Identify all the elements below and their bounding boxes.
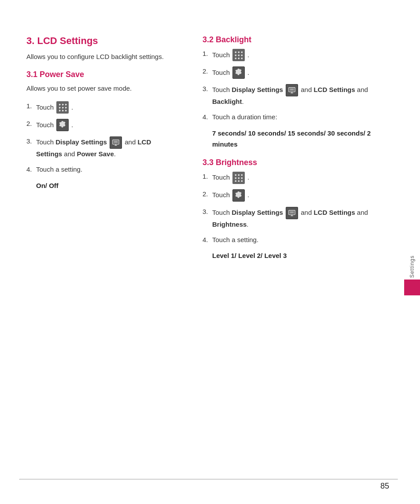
ps-step-2: 2. Touch .: [26, 119, 176, 131]
sidebar-label: Settings: [404, 255, 420, 295]
ps-step-2-text: Touch: [36, 120, 54, 130]
bl-step-1-number: 1.: [203, 49, 212, 59]
br-step-2-period: .: [247, 190, 249, 200]
bl-step-4: 4. Touch a duration time:: [203, 112, 383, 122]
gear-icon-br2: [232, 189, 245, 202]
ps-step-4-number: 4.: [26, 165, 36, 175]
bl-step-1: 1. Touch .: [203, 49, 383, 61]
ps-step-2-number: 2.: [26, 119, 36, 129]
ps-power-save-label: Power Save: [77, 150, 114, 158]
apps-icon-bl1: [232, 49, 245, 61]
br-step-2-content: Touch .: [212, 189, 249, 202]
bl-backlight-label: Backlight: [212, 98, 242, 105]
ps-step-2-content: Touch .: [36, 119, 73, 131]
bottom-rule: [19, 479, 398, 480]
bl-step-4-text: Touch a duration time:: [212, 112, 277, 122]
power-save-description: Allows you to set power save mode.: [26, 84, 176, 94]
br-step-3-content: Touch Display Settings and LCD Settings …: [212, 207, 383, 230]
br-display-settings-label: Display Settings: [232, 208, 283, 216]
ps-step-3: 3. Touch Display Settings and LCD Settin…: [26, 136, 176, 159]
br-lcd-settings-label: LCD Settings: [313, 208, 355, 216]
power-save-setting-value: On/ Off: [36, 180, 176, 191]
apps-icon-br1: [232, 172, 245, 184]
bl-step-2-text: Touch: [212, 68, 230, 78]
display-icon-br3: [286, 207, 298, 219]
ps-step-1-content: Touch .: [36, 101, 73, 114]
ps-step-1-number: 1.: [26, 101, 36, 111]
br-step-1-content: Touch .: [212, 172, 249, 184]
br-step-2-text: Touch: [212, 190, 230, 200]
right-column: 3.2 Backlight 1. Touch . 2. Touch .: [194, 35, 383, 478]
apps-icon-ps1: [56, 101, 69, 114]
br-step-1: 1. Touch .: [203, 172, 383, 184]
subsection-backlight-title: 3.2 Backlight: [203, 35, 383, 44]
br-step-4-number: 4.: [203, 235, 212, 245]
main-description: Allows you to configure LCD backlight se…: [26, 52, 176, 62]
br-step-2-number: 2.: [203, 189, 212, 199]
bl-step-2: 2. Touch .: [203, 66, 383, 79]
bl-step-2-number: 2.: [203, 66, 212, 77]
ps-step-1: 1. Touch .: [26, 101, 176, 114]
subsection-power-save-title: 3.1 Power Save: [26, 70, 176, 79]
backlight-duration-values: 7 seconds/ 10 seconds/ 15 seconds/ 30 se…: [212, 128, 383, 150]
ps-step-4-text: Touch a setting.: [36, 165, 82, 175]
main-title: 3. LCD Settings: [26, 35, 176, 47]
bl-step-1-period: .: [247, 50, 249, 60]
bl-step-1-content: Touch .: [212, 49, 249, 61]
bl-display-settings-label: Display Settings: [232, 86, 283, 93]
bl-lcd-settings-label: LCD Settings: [313, 86, 355, 93]
brightness-level-values: Level 1/ Level 2/ Level 3: [212, 250, 383, 261]
ps-step-1-text: Touch: [36, 103, 54, 113]
svg-rect-9: [290, 88, 295, 91]
page-number: 85: [380, 482, 389, 491]
ps-step-2-period: .: [71, 120, 73, 130]
svg-rect-15: [290, 211, 295, 213]
bl-step-3-number: 3.: [203, 84, 212, 94]
subsection-brightness-title: 3.3 Brightness: [203, 158, 383, 167]
bl-step-2-content: Touch .: [212, 66, 249, 79]
br-step-1-period: .: [247, 173, 249, 183]
br-step-4: 4. Touch a setting.: [203, 235, 383, 245]
ps-display-settings-label: Display Settings: [55, 138, 107, 146]
br-step-3: 3. Touch Display Settings and LCD Settin…: [203, 207, 383, 230]
bl-step-1-text: Touch: [212, 50, 230, 60]
sidebar-text: Settings: [409, 255, 415, 278]
ps-step-1-period: .: [71, 103, 73, 113]
br-step-1-text: Touch: [212, 173, 230, 183]
bl-step-4-number: 4.: [203, 112, 212, 122]
bl-step-2-period: .: [247, 68, 249, 78]
ps-step-3-number: 3.: [26, 136, 36, 147]
br-step-2: 2. Touch .: [203, 189, 383, 202]
br-brightness-label: Brightness: [212, 221, 247, 228]
gear-icon-ps2: [56, 119, 69, 131]
gear-icon-bl2: [232, 66, 245, 79]
br-step-4-text: Touch a setting.: [212, 235, 258, 245]
svg-rect-3: [114, 141, 118, 143]
ps-step-4: 4. Touch a setting.: [26, 165, 176, 175]
sidebar-bar: [404, 280, 420, 295]
display-icon-bl3: [286, 84, 298, 96]
bl-step-3-content: Touch Display Settings and LCD Settings …: [212, 84, 383, 107]
br-step-1-number: 1.: [203, 172, 212, 182]
br-step-3-number: 3.: [203, 207, 212, 217]
bl-step-3: 3. Touch Display Settings and LCD Settin…: [203, 84, 383, 107]
display-icon-ps3: [110, 136, 122, 149]
left-column: 3. LCD Settings Allows you to configure …: [26, 35, 194, 478]
ps-step-3-content: Touch Display Settings and LCD Settings …: [36, 136, 176, 159]
page-container: 3. LCD Settings Allows you to configure …: [0, 0, 420, 504]
